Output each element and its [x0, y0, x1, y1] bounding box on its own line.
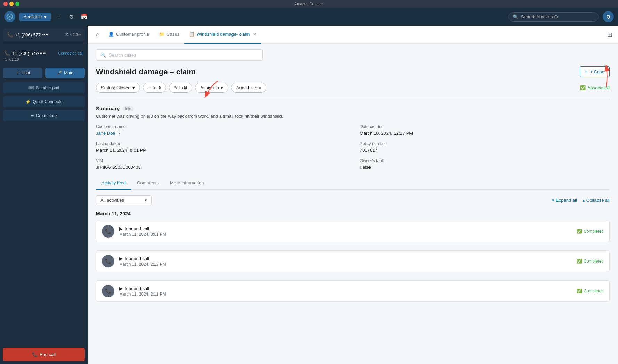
activity-title-3[interactable]: ▶ Inbound call — [119, 286, 572, 291]
content-area: 🔍 Windshield damage – claim + + Case Sta… — [88, 44, 618, 364]
activity-content-1: ▶ Inbound call March 11, 2024, 8:01 PM — [119, 226, 572, 237]
search-cases-input[interactable] — [109, 52, 258, 58]
field-label-policy-number: Policy number — [360, 141, 610, 146]
field-policy-number: Policy number 7017817 — [360, 141, 610, 153]
hold-button[interactable]: ⏸ Hold — [3, 68, 42, 78]
field-label-customer-name: Customer name — [96, 124, 346, 129]
status-chevron-icon: ▾ — [44, 14, 47, 19]
expand-chevron-icon-1: ▶ — [119, 226, 123, 231]
active-call-number: +1 (206) 577-•••• — [12, 51, 46, 56]
minimize-button[interactable] — [9, 2, 14, 6]
activity-filter-select[interactable]: All activities ▾ — [96, 195, 152, 205]
activity-content-3: ▶ Inbound call March 11, 2024, 2:11 PM — [119, 286, 572, 297]
hold-icon: ⏸ — [15, 71, 19, 75]
expand-icon: ▾ — [552, 198, 554, 203]
activity-date-2: March 11, 2024, 2:12 PM — [119, 262, 572, 267]
phone-icon: 📞 — [7, 32, 13, 38]
calendar-icon[interactable]: 📅 — [79, 12, 89, 22]
edit-button[interactable]: ✎ Edit — [169, 83, 192, 93]
search-cases-bar[interactable]: 🔍 — [96, 49, 263, 61]
q-button[interactable]: Q — [603, 11, 614, 22]
spacer-1 — [0, 44, 88, 47]
filter-row: All activities ▾ ▾ Expand all ▴ Collapse… — [96, 195, 610, 205]
audit-history-button[interactable]: Audit history — [231, 83, 267, 93]
create-task-button[interactable]: ☰ Create task — [3, 110, 85, 121]
tab-activity-feed[interactable]: Activity feed — [96, 177, 131, 190]
field-owners-fault: Owner's fault False — [360, 158, 610, 170]
activity-title-2[interactable]: ▶ Inbound call — [119, 256, 572, 261]
call-duration-top: 01:10 — [70, 32, 81, 37]
task-btn-label: + Task — [148, 85, 161, 90]
summary-label: Summary — [96, 106, 120, 111]
tab-more-information[interactable]: More information — [164, 177, 210, 190]
tab-cases[interactable]: 📁 Cases — [154, 26, 184, 44]
tab-windshield-claim[interactable]: 📋 Windshield damage- claim ✕ — [184, 26, 261, 44]
collapse-all-button[interactable]: ▴ Collapse all — [583, 198, 610, 203]
table-row: 📞 ▶ Inbound call March 11, 2024, 2:11 PM… — [96, 280, 610, 302]
edit-btn-label: ✎ Edit — [174, 85, 187, 90]
number-pad-icon: ⌨ — [28, 85, 34, 90]
assign-button[interactable]: Assign to ▾ — [195, 83, 228, 93]
field-value-owners-fault: False — [360, 165, 610, 170]
task-button[interactable]: + Task — [143, 83, 166, 93]
activity-title-1[interactable]: ▶ Inbound call — [119, 226, 572, 231]
check-icon-2: ✅ — [577, 259, 582, 264]
check-icon-1: ✅ — [577, 229, 582, 234]
settings-icon[interactable]: ⚙ — [67, 12, 75, 22]
activity-list: 📞 ▶ Inbound call March 11, 2024, 8:01 PM… — [96, 221, 610, 302]
expand-chevron-icon-2: ▶ — [119, 256, 123, 261]
expand-all-button[interactable]: ▾ Expand all — [552, 198, 577, 203]
case-title: Windshield damage – claim — [96, 67, 196, 76]
field-label-last-updated: Last updated — [96, 141, 346, 146]
main-content: ⌂ 👤 Customer profile 📁 Cases 📋 Windshiel… — [88, 26, 618, 364]
activity-date-1: March 11, 2024, 8:01 PM — [119, 232, 572, 237]
number-pad-button[interactable]: ⌨ Number pad — [3, 82, 85, 93]
field-label-vin: VIN — [96, 158, 346, 163]
field-customer-name: Customer name Jane Doe ⋮ — [96, 124, 346, 136]
grid-view-button[interactable]: ⊞ — [607, 31, 612, 39]
summary-text: Customer was driving on i90 on the way b… — [96, 114, 610, 119]
filter-label: All activities — [100, 198, 124, 203]
end-call-button[interactable]: 📞 End call — [3, 348, 85, 361]
search-cases-icon: 🔍 — [100, 52, 106, 58]
maximize-button[interactable] — [15, 2, 19, 6]
field-value-customer-name[interactable]: Jane Doe ⋮ — [96, 131, 346, 136]
associated-label: Associated — [587, 85, 610, 90]
search-q-placeholder: Search Amazon Q — [521, 14, 558, 19]
tab-home-button[interactable]: ⌂ — [93, 30, 102, 39]
mute-button[interactable]: 🎤 Mute — [45, 68, 85, 78]
completed-badge-2: ✅ Completed — [577, 259, 604, 264]
tab-close-button[interactable]: ✕ — [253, 32, 257, 37]
search-amazon-q-bar[interactable]: 🔍 Search Amazon Q — [508, 12, 599, 22]
collapse-icon: ▴ — [583, 198, 585, 203]
call-number-top: +1 (206) 577-•••• — [15, 32, 49, 38]
cases-icon: 📁 — [159, 32, 164, 37]
completed-badge-1: ✅ Completed — [577, 229, 604, 234]
filter-chevron-icon: ▾ — [145, 198, 147, 203]
windshield-icon: 📋 — [189, 32, 195, 37]
activity-phone-icon-1: 📞 — [102, 225, 114, 238]
tab-bar: ⌂ 👤 Customer profile 📁 Cases 📋 Windshiel… — [88, 26, 618, 44]
connected-label: Connected call — [58, 51, 83, 55]
field-value-vin: JH4KA4650JC000403 — [96, 165, 346, 170]
phone-active-icon: 📞 — [4, 50, 10, 56]
case-header-row: Windshield damage – claim + + Case — [96, 66, 610, 77]
tab-customer-profile[interactable]: 👤 Customer profile — [104, 26, 154, 44]
field-value-policy-number: 7017817 — [360, 148, 610, 153]
status-button[interactable]: Status: Closed ▾ — [96, 83, 140, 93]
tab-comments[interactable]: Comments — [131, 177, 164, 190]
more-options-icon[interactable]: ⋮ — [117, 131, 122, 136]
title-bar: Amazon Connect — [0, 0, 618, 8]
status-button[interactable]: Available ▾ — [19, 13, 51, 21]
field-label-date-created: Date created — [360, 124, 610, 129]
status-label: Available — [24, 14, 42, 19]
add-case-button[interactable]: + + Case — [580, 66, 610, 77]
top-nav: Available ▾ ＋ ⚙ 📅 🔍 Search Amazon Q Q — [0, 8, 618, 26]
activity-content-2: ▶ Inbound call March 11, 2024, 2:12 PM — [119, 256, 572, 267]
activity-phone-icon-3: 📞 — [102, 285, 114, 297]
mute-icon: 🎤 — [57, 71, 62, 75]
close-button[interactable] — [3, 2, 8, 6]
quick-connects-button[interactable]: ⚡ Quick Connects — [3, 96, 85, 107]
add-button[interactable]: ＋ — [55, 12, 63, 22]
audit-btn-label: Audit history — [236, 85, 261, 90]
